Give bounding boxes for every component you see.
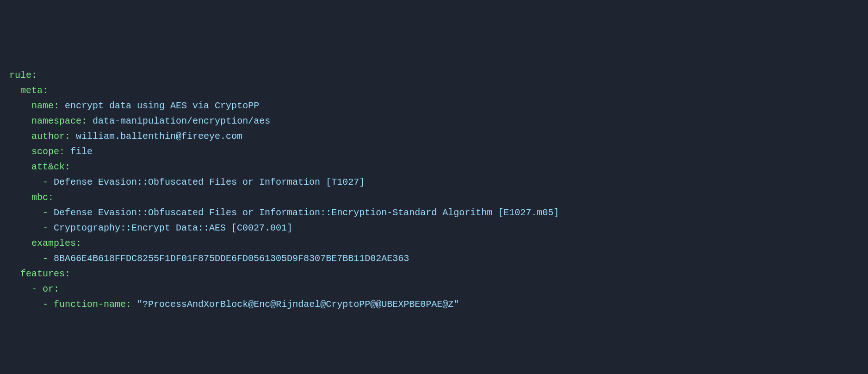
colon: : — [31, 70, 37, 81]
colon: : — [43, 85, 48, 96]
examples-key: examples — [31, 238, 76, 249]
colon: : — [54, 284, 59, 294]
dash: - — [43, 253, 54, 264]
dash: - — [31, 284, 43, 294]
name-value: encrypt data using AES via CryptoPP — [65, 100, 259, 111]
features-key: features — [20, 268, 65, 279]
colon: : — [48, 192, 54, 203]
or-key: or — [43, 284, 54, 294]
rule-key: rule — [9, 70, 31, 81]
colon: : — [54, 100, 59, 111]
meta-key: meta — [20, 85, 43, 96]
scope-value: file — [70, 146, 93, 157]
function-name-key: function-name — [54, 299, 126, 310]
mbc-key: mbc — [31, 192, 48, 203]
colon: : — [59, 146, 65, 157]
namespace-key: namespace — [31, 116, 81, 126]
colon: : — [81, 116, 87, 126]
scope-key: scope — [31, 146, 59, 157]
colon: : — [126, 299, 131, 310]
colon: : — [76, 238, 81, 249]
dash: - — [43, 177, 54, 187]
dash: - — [43, 207, 54, 218]
example-hash: 8BA66E4B618FFDC8255F1DF01F875DDE6FD05613… — [54, 253, 409, 264]
mbc-item-1: Defense Evasion::Obfuscated Files or Inf… — [54, 207, 559, 218]
dash: - — [43, 223, 54, 233]
code-block: rule: meta: name: encrypt data using AES… — [9, 68, 859, 312]
author-key: author — [31, 131, 65, 142]
colon: : — [65, 162, 70, 172]
attck-item: Defense Evasion::Obfuscated Files or Inf… — [54, 177, 365, 187]
mbc-item-2: Cryptography::Encrypt Data::AES [C0027.0… — [54, 223, 292, 233]
name-key: name — [31, 100, 54, 111]
namespace-value: data-manipulation/encryption/aes — [93, 116, 270, 126]
function-name-value: "?ProcessAndXorBlock@Enc@Rijndael@Crypto… — [137, 299, 459, 310]
colon: : — [65, 131, 70, 142]
dash: - — [43, 299, 54, 310]
author-value: william.ballenthin@fireeye.com — [76, 131, 242, 142]
attck-key: att&ck — [31, 162, 65, 172]
colon: : — [65, 268, 70, 279]
